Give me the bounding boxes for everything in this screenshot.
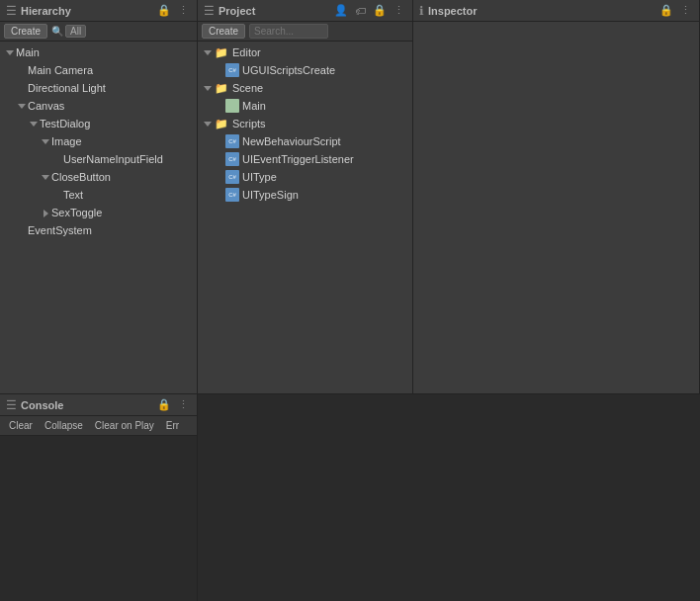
image-arrow xyxy=(40,136,51,146)
hierarchy-title: Hierarchy xyxy=(21,5,71,17)
hierarchy-item-eventsystem[interactable]: EventSystem xyxy=(0,221,197,239)
uguiscriptscreate-arrow xyxy=(214,65,225,75)
testdialog-arrow xyxy=(28,119,40,129)
closebutton-arrow xyxy=(40,172,51,182)
console-collapse-button[interactable]: Collapse xyxy=(40,419,88,432)
usernameinputfield-arrow xyxy=(51,154,63,164)
hierarchy-more-icon[interactable]: ⋮ xyxy=(176,3,191,18)
console-clear-button[interactable]: Clear xyxy=(4,419,38,432)
uguiscriptscreate-script-icon: C# xyxy=(225,63,239,77)
project-item-uieventtriggerlistener[interactable]: C# UIEventTriggerListener xyxy=(198,150,412,168)
main-scene-icon xyxy=(225,99,239,113)
project-lock-icon[interactable]: 🔒 xyxy=(371,3,389,18)
uitype-icon: C# xyxy=(225,170,239,184)
project-menu-icon[interactable]: ☰ xyxy=(204,4,215,18)
hierarchy-item-main-camera[interactable]: Main Camera xyxy=(0,61,197,79)
inspector-content xyxy=(413,22,699,393)
inspector-lock-icon[interactable]: 🔒 xyxy=(657,3,675,18)
uitypesign-icon: C# xyxy=(225,188,239,202)
hierarchy-item-testdialog[interactable]: TestDialog xyxy=(0,115,197,132)
bottom-area: ☰ Console 🔒 ⋮ Clear Collapse Clear on Pl… xyxy=(0,393,700,601)
scripts-folder-arrow xyxy=(202,119,214,129)
hierarchy-create-button[interactable]: Create xyxy=(4,24,47,39)
console-clear-on-play-button[interactable]: Clear on Play xyxy=(90,419,159,432)
project-item-scene[interactable]: 📁 Scene xyxy=(198,79,412,97)
hierarchy-toolbar: Create 🔍 All xyxy=(0,22,197,42)
text-arrow xyxy=(51,190,63,200)
hierarchy-lock-icon[interactable]: 🔒 xyxy=(155,3,173,18)
hierarchy-header: ☰ Hierarchy 🔒 ⋮ xyxy=(0,0,197,22)
newbehaviourscript-icon: C# xyxy=(225,134,239,148)
hierarchy-item-image[interactable]: Image xyxy=(0,132,197,150)
hierarchy-menu-icon[interactable]: ☰ xyxy=(6,4,17,18)
project-toolbar: Create xyxy=(198,22,412,42)
project-panel: ☰ Project 👤 🏷 🔒 ⋮ Create 📁 Editor xyxy=(198,0,413,393)
project-icon1[interactable]: 👤 xyxy=(332,4,350,17)
hierarchy-search-icon: 🔍 xyxy=(51,26,63,37)
sextoggle-arrow xyxy=(40,208,51,217)
eventsystem-arrow xyxy=(16,225,28,235)
inspector-header: ℹ Inspector 🔒 ⋮ xyxy=(413,0,699,22)
uitype-arrow xyxy=(214,172,225,182)
hierarchy-item-closebutton[interactable]: CloseButton xyxy=(0,168,197,186)
main-camera-arrow xyxy=(16,65,28,75)
inspector-header-icons: 🔒 ⋮ xyxy=(657,3,693,18)
editor-folder-icon: 📁 xyxy=(214,44,229,60)
inspector-info-icon: ℹ xyxy=(419,4,424,18)
hierarchy-header-icons: 🔒 ⋮ xyxy=(155,3,191,18)
hierarchy-item-usernameinputfield[interactable]: UserNameInputField xyxy=(0,150,197,168)
uitypesign-arrow xyxy=(214,190,225,200)
inspector-more-icon[interactable]: ⋮ xyxy=(678,3,693,18)
project-search-input[interactable] xyxy=(249,24,328,39)
scene-folder-arrow xyxy=(202,83,214,93)
console-toolbar: Clear Collapse Clear on Play Err xyxy=(0,416,197,436)
project-title: Project xyxy=(219,5,255,17)
console-header: ☰ Console 🔒 ⋮ xyxy=(0,394,197,416)
project-item-editor[interactable]: 📁 Editor xyxy=(198,43,412,61)
canvas-arrow xyxy=(16,101,28,111)
bottom-right-area xyxy=(198,394,700,601)
directional-light-arrow xyxy=(16,83,28,93)
console-lock-icon[interactable]: 🔒 xyxy=(155,397,173,412)
hierarchy-tree: Main Main Camera Directional Light Canva… xyxy=(0,42,197,393)
project-item-uguiscriptscreate[interactable]: C# UGUIScriptsCreate xyxy=(198,61,412,79)
scripts-folder-icon: 📁 xyxy=(214,116,229,131)
uieventtriggerlistener-arrow xyxy=(214,154,225,164)
project-icon2[interactable]: 🏷 xyxy=(353,5,368,17)
console-header-icons: 🔒 ⋮ xyxy=(155,397,191,412)
hierarchy-item-text[interactable]: Text xyxy=(0,186,197,204)
main-scene-arrow xyxy=(214,101,225,111)
console-panel: ☰ Console 🔒 ⋮ Clear Collapse Clear on Pl… xyxy=(0,394,198,601)
project-tree: 📁 Editor C# UGUIScriptsCreate 📁 Scene Ma… xyxy=(198,42,412,393)
hierarchy-search-all[interactable]: All xyxy=(65,25,86,38)
project-item-scripts[interactable]: 📁 Scripts xyxy=(198,115,412,132)
project-item-uitype[interactable]: C# UIType xyxy=(198,168,412,186)
hierarchy-search-area: 🔍 All xyxy=(51,25,86,38)
hierarchy-item-main[interactable]: Main xyxy=(0,43,197,61)
project-item-main-scene[interactable]: Main xyxy=(198,97,412,115)
inspector-panel: ℹ Inspector 🔒 ⋮ xyxy=(413,0,700,393)
hierarchy-item-canvas[interactable]: Canvas xyxy=(0,97,197,115)
main-arrow xyxy=(4,47,16,57)
console-more-icon[interactable]: ⋮ xyxy=(176,397,191,412)
project-item-newbehaviourscript[interactable]: C# NewBehaviourScript xyxy=(198,132,412,150)
console-menu-icon[interactable]: ☰ xyxy=(6,398,17,412)
hierarchy-panel: ☰ Hierarchy 🔒 ⋮ Create 🔍 All Main M xyxy=(0,0,198,393)
console-content xyxy=(0,436,197,601)
scene-folder-icon: 📁 xyxy=(214,80,229,96)
hierarchy-item-sextoggle[interactable]: SexToggle xyxy=(0,204,197,221)
project-header-icons: 👤 🏷 🔒 ⋮ xyxy=(332,3,406,18)
newbehaviourscript-arrow xyxy=(214,136,225,146)
project-header: ☰ Project 👤 🏷 🔒 ⋮ xyxy=(198,0,412,22)
hierarchy-item-directional-light[interactable]: Directional Light xyxy=(0,79,197,97)
uieventtriggerlistener-icon: C# xyxy=(225,152,239,166)
console-title: Console xyxy=(21,399,63,411)
editor-arrow xyxy=(202,47,214,57)
project-more-icon[interactable]: ⋮ xyxy=(392,3,406,18)
inspector-title: Inspector xyxy=(428,5,478,17)
console-error-button[interactable]: Err xyxy=(161,419,184,432)
project-item-uitypesign[interactable]: C# UITypeSign xyxy=(198,186,412,204)
project-create-button[interactable]: Create xyxy=(202,24,245,39)
